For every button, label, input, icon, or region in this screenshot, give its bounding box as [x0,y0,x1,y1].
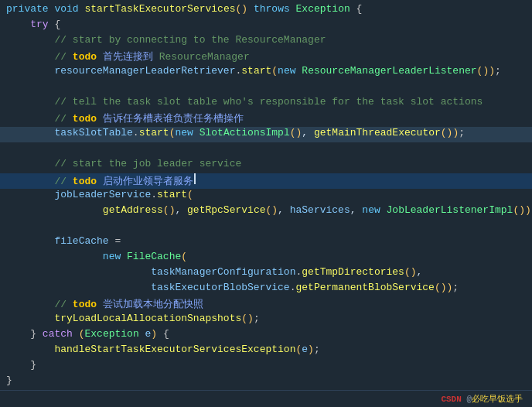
code-line-6 [0,80,532,96]
code-line-3: // start by connecting to the ResourceMa… [0,34,532,50]
code-line-22: } catch (Exception e) { [0,328,532,344]
code-line-17: new FileCache( [0,251,532,266]
code-line-11: // start the job leader service [0,158,532,173]
code-line-1: private void startTaskExecutorServices()… [0,3,532,19]
code-line-2: try { [0,19,532,34]
code-line-9: taskSlotTable.start(new SlotActionsImpl(… [0,127,532,142]
code-line-21: tryLoadLocalAllocationSnapshots(); [0,313,532,328]
code-line-23: handleStartTaskExecutorServicesException… [0,344,532,359]
code-line-14: getAddress(), getRpcService(), haService… [0,204,532,220]
code-line-18: taskManagerConfiguration.getTmpDirectori… [0,266,532,282]
code-line-5: resourceManagerLeaderRetriever.start(new… [0,65,532,80]
code-line-24: } [0,359,532,375]
code-line-25: } [0,375,532,390]
code-editor[interactable]: private void startTaskExecutorServices()… [0,0,532,390]
code-line-15 [0,220,532,235]
code-line-7: // tell the task slot table who's respon… [0,96,532,111]
code-line-20: // todo 尝试加载本地分配快照 [0,297,532,313]
footer-bar: CSDN @必吃早饭选手 [0,390,532,407]
footer-content: CSDN @必吃早饭选手 [441,393,523,405]
footer-brand: CSDN [441,395,461,404]
code-line-16: fileCache = [0,235,532,251]
code-line-19: taskExecutorBlobService.getPermanentBlob… [0,282,532,297]
code-line-10 [0,142,532,158]
code-line-13: jobLeaderService.start( [0,189,532,204]
code-line-4: // todo 首先连接到 ResourceManager [0,50,532,65]
code-line-12: // todo 启动作业领导者服务 [0,173,532,189]
code-line-8: // todo 告诉任务槽表谁负责任务槽操作 [0,111,532,127]
footer-username: 必吃早饭选手 [472,395,523,404]
